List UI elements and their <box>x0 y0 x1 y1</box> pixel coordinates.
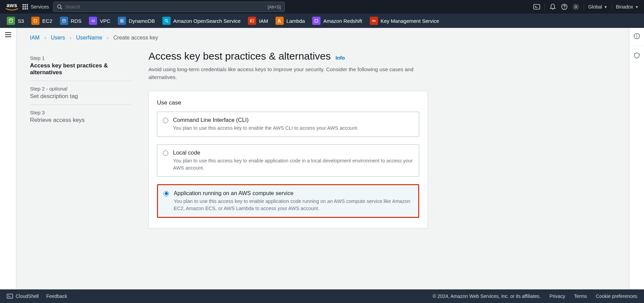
wizard-step-2[interactable]: Step 2 - optional Set description tag <box>30 81 132 105</box>
wizard-step-3[interactable]: Step 3 Retrieve access keys <box>30 105 132 128</box>
usecase-option-cli[interactable]: Command Line Interface (CLI) You plan to… <box>157 112 419 137</box>
svc-label: Key Management Service <box>381 18 439 24</box>
grid-icon <box>22 4 28 10</box>
svg-rect-8 <box>27 8 28 10</box>
svc-label: RDS <box>71 18 82 24</box>
cloudshell-icon-button[interactable] <box>533 3 540 11</box>
usecase-option-compute[interactable]: Application running on an AWS compute se… <box>157 184 419 218</box>
redshift-icon <box>312 17 320 25</box>
bell-icon <box>549 3 556 10</box>
svc-shortcut-lambda[interactable]: Lambda <box>276 17 305 25</box>
search-input[interactable] <box>62 4 268 10</box>
page-subtitle: Avoid using long-term credentials like a… <box>148 65 414 81</box>
info-icon <box>633 33 640 39</box>
gear-icon <box>572 3 579 10</box>
svc-shortcut-opensearch[interactable]: Amazon OpenSearch Service <box>162 17 241 25</box>
side-nav-toggle[interactable] <box>5 32 12 37</box>
wizard-steps: Step 1 Access key best practices & alter… <box>30 50 132 228</box>
step-label: Step 1 <box>30 55 132 61</box>
option-title: Application running on an AWS compute se… <box>174 190 413 196</box>
svg-rect-7 <box>25 8 26 10</box>
svg-rect-18 <box>34 19 37 22</box>
svg-point-9 <box>58 5 61 8</box>
svc-shortcut-s3[interactable]: S3 <box>7 17 24 25</box>
chevron-down-icon: ▼ <box>635 5 639 9</box>
usecase-option-localcode[interactable]: Local code You plan to use this access k… <box>157 144 419 177</box>
global-search[interactable]: [Alt+S] <box>53 2 285 12</box>
shield-icon <box>633 52 640 59</box>
svc-label: VPC <box>100 18 110 24</box>
svc-shortcut-rds[interactable]: RDS <box>60 17 82 25</box>
svg-rect-3 <box>22 6 24 7</box>
cloudshell-icon <box>533 3 540 10</box>
svg-rect-5 <box>27 6 28 7</box>
rds-icon <box>60 17 68 25</box>
page-title: Access key best practices & alternatives <box>148 50 331 62</box>
radio-icon <box>163 191 169 196</box>
svc-label: S3 <box>18 18 24 24</box>
lambda-icon <box>276 17 284 25</box>
svc-shortcut-redshift[interactable]: Amazon Redshift <box>312 17 362 25</box>
breadcrumb-iam[interactable]: IAM <box>30 35 40 41</box>
svg-rect-27 <box>315 19 318 22</box>
svg-point-28 <box>373 20 374 21</box>
step-title: Retrieve access keys <box>30 117 132 124</box>
usecase-heading: Use case <box>157 99 419 106</box>
svg-rect-4 <box>25 6 26 7</box>
help-icon <box>561 3 568 10</box>
region-label: Global <box>588 4 602 10</box>
breadcrumb: IAM › Users › UserName › Create access k… <box>30 35 486 41</box>
svc-label: Amazon OpenSearch Service <box>173 18 241 24</box>
svc-shortcut-iam[interactable]: IAM <box>248 17 268 25</box>
svg-rect-6 <box>22 8 24 10</box>
svc-label: Amazon Redshift <box>323 18 362 24</box>
info-link[interactable]: Info <box>335 55 345 61</box>
step-label: Step 2 - optional <box>30 86 132 92</box>
iam-icon <box>248 17 256 25</box>
security-panel-toggle[interactable] <box>633 52 640 59</box>
svg-rect-0 <box>22 4 24 5</box>
left-rail <box>0 28 16 289</box>
svc-shortcut-kms[interactable]: Key Management Service <box>370 17 439 25</box>
help-panel-toggle[interactable] <box>633 33 640 39</box>
service-shortcut-bar: S3 EC2 RDS VPC DynamoDB Amazon OpenSearc… <box>0 14 644 28</box>
settings-button[interactable] <box>572 3 580 11</box>
search-shortcut: [Alt+S] <box>268 4 281 10</box>
svg-line-10 <box>61 8 62 9</box>
svg-point-17 <box>9 19 13 20</box>
svc-label: Lambda <box>286 18 305 24</box>
option-desc: You plan to use this access key to enabl… <box>173 125 358 132</box>
svc-label: IAM <box>259 18 268 24</box>
breadcrumb-username[interactable]: UserName <box>76 35 102 41</box>
svg-point-22 <box>121 21 123 22</box>
chevron-right-icon: › <box>70 35 72 41</box>
search-icon <box>57 4 62 10</box>
vpc-icon <box>89 17 97 25</box>
region-selector[interactable]: Global▼ <box>588 4 607 10</box>
global-nav: aws Services [Alt+S] Global▼ Binadox▼ <box>0 0 644 14</box>
option-title: Local code <box>173 149 413 156</box>
wizard-step-1[interactable]: Step 1 Access key best practices & alter… <box>30 50 132 81</box>
svc-shortcut-ec2[interactable]: EC2 <box>31 17 52 25</box>
svc-shortcut-dynamodb[interactable]: DynamoDB <box>118 17 155 25</box>
svc-shortcut-vpc[interactable]: VPC <box>89 17 110 25</box>
services-menu-button[interactable]: Services <box>22 4 49 10</box>
option-title: Command Line Interface (CLI) <box>173 117 358 123</box>
account-selector[interactable]: Binadox▼ <box>616 4 639 10</box>
svg-rect-1 <box>25 4 26 5</box>
account-label: Binadox <box>616 4 633 10</box>
s3-icon <box>7 17 15 25</box>
svg-rect-2 <box>27 4 28 5</box>
notifications-button[interactable] <box>549 3 556 11</box>
step-label: Step 3 <box>30 110 132 115</box>
dynamodb-icon <box>118 17 126 25</box>
breadcrumb-users[interactable]: Users <box>51 35 65 41</box>
chevron-down-icon: ▼ <box>604 5 608 9</box>
svg-point-26 <box>251 20 252 21</box>
help-button[interactable] <box>561 3 568 11</box>
svc-label: EC2 <box>42 18 52 24</box>
svg-point-23 <box>165 19 167 22</box>
svg-point-16 <box>575 6 577 8</box>
step-title: Access key best practices & alternatives <box>30 62 132 76</box>
aws-logo[interactable]: aws <box>5 3 18 11</box>
